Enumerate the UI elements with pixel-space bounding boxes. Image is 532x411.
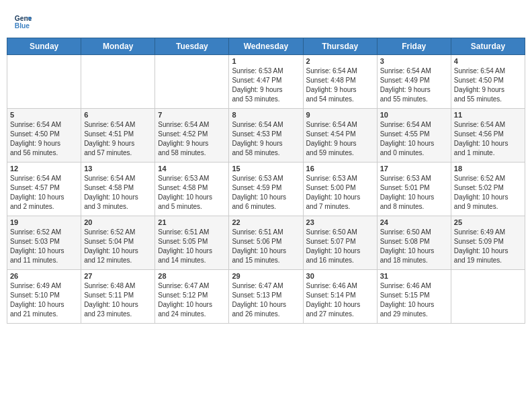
col-header-wednesday: Wednesday [229,38,303,55]
day-info: Sunrise: 6:54 AM Sunset: 4:50 PM Dayligh… [454,66,522,104]
day-number: 1 [232,57,300,65]
day-number: 26 [10,272,78,280]
day-info: Sunrise: 6:54 AM Sunset: 4:56 PM Dayligh… [454,120,522,158]
day-cell: 6Sunrise: 6:54 AM Sunset: 4:51 PM Daylig… [81,109,155,163]
day-number: 2 [306,57,374,65]
calendar-table: SundayMondayTuesdayWednesdayThursdayFrid… [7,38,525,324]
day-info: Sunrise: 6:54 AM Sunset: 4:55 PM Dayligh… [380,120,448,158]
day-cell: 8Sunrise: 6:54 AM Sunset: 4:53 PM Daylig… [229,109,303,163]
day-info: Sunrise: 6:46 AM Sunset: 5:14 PM Dayligh… [306,281,374,319]
day-cell: 3Sunrise: 6:54 AM Sunset: 4:49 PM Daylig… [377,55,451,109]
day-number: 11 [454,111,522,119]
day-number: 16 [306,165,374,173]
day-number: 23 [306,218,374,226]
day-cell: 27Sunrise: 6:48 AM Sunset: 5:11 PM Dayli… [81,270,155,324]
day-cell: 4Sunrise: 6:54 AM Sunset: 4:50 PM Daylig… [451,55,525,109]
day-cell: 30Sunrise: 6:46 AM Sunset: 5:14 PM Dayli… [303,270,377,324]
day-info: Sunrise: 6:47 AM Sunset: 5:12 PM Dayligh… [158,281,226,319]
day-info: Sunrise: 6:50 AM Sunset: 5:07 PM Dayligh… [306,228,374,265]
day-cell: 7Sunrise: 6:54 AM Sunset: 4:52 PM Daylig… [155,109,229,163]
day-info: Sunrise: 6:53 AM Sunset: 5:01 PM Dayligh… [380,174,448,212]
day-number: 19 [10,218,78,226]
day-number: 5 [10,111,78,119]
day-cell: 12Sunrise: 6:54 AM Sunset: 4:57 PM Dayli… [7,163,81,216]
week-row-1: 1Sunrise: 6:53 AM Sunset: 4:47 PM Daylig… [7,55,525,109]
day-info: Sunrise: 6:50 AM Sunset: 5:08 PM Dayligh… [380,228,448,265]
day-cell: 28Sunrise: 6:47 AM Sunset: 5:12 PM Dayli… [155,270,229,324]
day-cell: 15Sunrise: 6:53 AM Sunset: 4:59 PM Dayli… [229,163,303,216]
day-number: 10 [380,111,448,119]
day-info: Sunrise: 6:54 AM Sunset: 4:53 PM Dayligh… [232,120,300,158]
day-info: Sunrise: 6:52 AM Sunset: 5:03 PM Dayligh… [10,228,78,265]
day-number: 4 [454,57,522,65]
day-number: 31 [380,272,448,280]
day-cell: 31Sunrise: 6:46 AM Sunset: 5:15 PM Dayli… [377,270,451,324]
day-cell: 16Sunrise: 6:53 AM Sunset: 5:00 PM Dayli… [303,163,377,216]
day-cell: 25Sunrise: 6:49 AM Sunset: 5:09 PM Dayli… [451,216,525,270]
day-info: Sunrise: 6:54 AM Sunset: 4:52 PM Dayligh… [158,120,226,158]
day-number: 18 [454,165,522,173]
day-cell: 9Sunrise: 6:54 AM Sunset: 4:54 PM Daylig… [303,109,377,163]
day-info: Sunrise: 6:53 AM Sunset: 4:47 PM Dayligh… [232,66,300,104]
col-header-thursday: Thursday [303,38,377,55]
day-number: 17 [380,165,448,173]
day-cell [7,55,81,109]
day-info: Sunrise: 6:52 AM Sunset: 5:04 PM Dayligh… [84,228,152,265]
day-number: 24 [380,218,448,226]
day-cell: 2Sunrise: 6:54 AM Sunset: 4:48 PM Daylig… [303,55,377,109]
day-cell: 18Sunrise: 6:52 AM Sunset: 5:02 PM Dayli… [451,163,525,216]
day-info: Sunrise: 6:54 AM Sunset: 4:49 PM Dayligh… [380,66,448,104]
day-number: 25 [454,218,522,226]
day-info: Sunrise: 6:49 AM Sunset: 5:10 PM Dayligh… [10,281,78,319]
day-info: Sunrise: 6:54 AM Sunset: 4:58 PM Dayligh… [84,174,152,212]
day-number: 13 [84,165,152,173]
day-cell [155,55,229,109]
day-number: 29 [232,272,300,280]
day-cell: 11Sunrise: 6:54 AM Sunset: 4:56 PM Dayli… [451,109,525,163]
day-number: 21 [158,218,226,226]
day-info: Sunrise: 6:52 AM Sunset: 5:02 PM Dayligh… [454,174,522,212]
col-header-tuesday: Tuesday [155,38,229,55]
day-cell [81,55,155,109]
day-cell: 14Sunrise: 6:53 AM Sunset: 4:58 PM Dayli… [155,163,229,216]
header-row: SundayMondayTuesdayWednesdayThursdayFrid… [7,38,525,55]
day-number: 12 [10,165,78,173]
day-info: Sunrise: 6:54 AM Sunset: 4:50 PM Dayligh… [10,120,78,158]
day-cell: 5Sunrise: 6:54 AM Sunset: 4:50 PM Daylig… [7,109,81,163]
day-number: 14 [158,165,226,173]
day-number: 15 [232,165,300,173]
day-info: Sunrise: 6:48 AM Sunset: 5:11 PM Dayligh… [84,281,152,319]
week-row-4: 19Sunrise: 6:52 AM Sunset: 5:03 PM Dayli… [7,216,525,270]
day-number: 7 [158,111,226,119]
day-info: Sunrise: 6:51 AM Sunset: 5:06 PM Dayligh… [232,228,300,265]
day-number: 30 [306,272,374,280]
col-header-friday: Friday [377,38,451,55]
day-number: 9 [306,111,374,119]
day-info: Sunrise: 6:54 AM Sunset: 4:54 PM Dayligh… [306,120,374,158]
week-row-5: 26Sunrise: 6:49 AM Sunset: 5:10 PM Dayli… [7,270,525,324]
day-cell: 21Sunrise: 6:51 AM Sunset: 5:05 PM Dayli… [155,216,229,270]
day-info: Sunrise: 6:54 AM Sunset: 4:48 PM Dayligh… [306,66,374,104]
day-number: 27 [84,272,152,280]
day-cell [451,270,525,324]
day-info: Sunrise: 6:51 AM Sunset: 5:05 PM Dayligh… [158,228,226,265]
day-info: Sunrise: 6:54 AM Sunset: 4:51 PM Dayligh… [84,120,152,158]
day-cell: 26Sunrise: 6:49 AM Sunset: 5:10 PM Dayli… [7,270,81,324]
day-cell: 19Sunrise: 6:52 AM Sunset: 5:03 PM Dayli… [7,216,81,270]
day-info: Sunrise: 6:54 AM Sunset: 4:57 PM Dayligh… [10,174,78,212]
day-info: Sunrise: 6:46 AM Sunset: 5:15 PM Dayligh… [380,281,448,319]
day-cell: 13Sunrise: 6:54 AM Sunset: 4:58 PM Dayli… [81,163,155,216]
day-number: 20 [84,218,152,226]
day-cell: 10Sunrise: 6:54 AM Sunset: 4:55 PM Dayli… [377,109,451,163]
day-cell: 17Sunrise: 6:53 AM Sunset: 5:01 PM Dayli… [377,163,451,216]
day-cell: 24Sunrise: 6:50 AM Sunset: 5:08 PM Dayli… [377,216,451,270]
col-header-monday: Monday [81,38,155,55]
day-number: 22 [232,218,300,226]
day-cell: 22Sunrise: 6:51 AM Sunset: 5:06 PM Dayli… [229,216,303,270]
header: General Blue [7,7,525,34]
day-cell: 1Sunrise: 6:53 AM Sunset: 4:47 PM Daylig… [229,55,303,109]
day-info: Sunrise: 6:53 AM Sunset: 5:00 PM Dayligh… [306,174,374,212]
col-header-saturday: Saturday [451,38,525,55]
day-cell: 23Sunrise: 6:50 AM Sunset: 5:07 PM Dayli… [303,216,377,270]
day-info: Sunrise: 6:49 AM Sunset: 5:09 PM Dayligh… [454,228,522,265]
